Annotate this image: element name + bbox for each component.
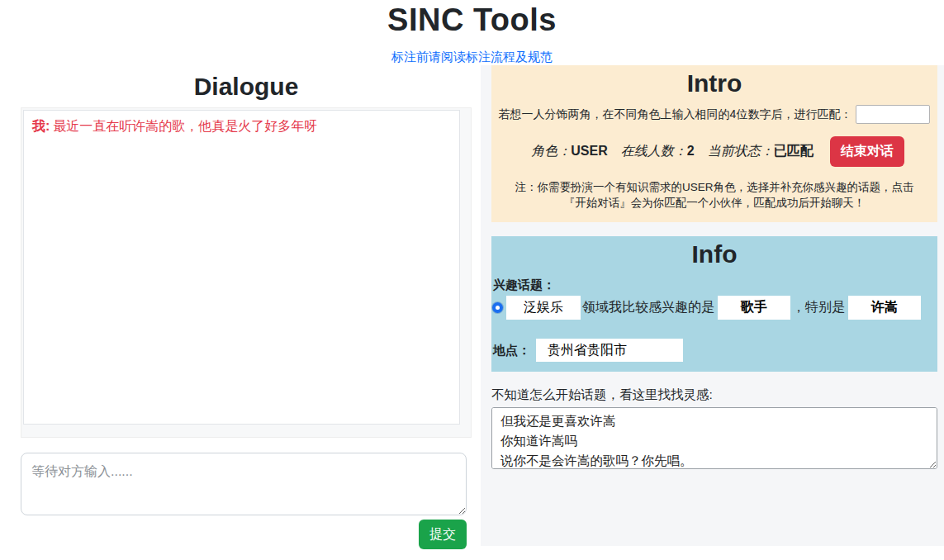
- guide-link[interactable]: 标注前请阅读标注流程及规范: [391, 50, 553, 65]
- match-status: 当前状态：已匹配: [708, 143, 814, 160]
- message-input[interactable]: [21, 453, 467, 515]
- intro-title: Intro: [491, 69, 937, 98]
- end-dialog-button[interactable]: 结束对话: [830, 136, 904, 167]
- topic-text-2: ，特别是: [792, 299, 845, 316]
- dialogue-title: Dialogue: [21, 73, 472, 101]
- location-input[interactable]: [536, 339, 683, 362]
- online-status: 在线人数：2: [621, 143, 695, 160]
- app-title: SINC Tools: [0, 2, 944, 37]
- match-row: 若想一人分饰两角，在不同角色上输入相同的4位数字后，进行匹配：: [491, 105, 937, 124]
- role-label: 角色：: [531, 144, 571, 158]
- chat-message: 我:最近一直在听许嵩的歌，他真是火了好多年呀: [32, 117, 451, 135]
- inspiration-label: 不知道怎么开始话题，看这里找找灵感:: [491, 387, 937, 403]
- info-title: Info: [491, 240, 937, 269]
- match-code-input[interactable]: [856, 105, 930, 124]
- topic-text-1: 领域我比较感兴趣的是: [582, 299, 714, 316]
- main-content: Dialogue 我:最近一直在听许嵩的歌，他真是火了好多年呀 提交 Intro…: [0, 65, 944, 546]
- topic-domain-input[interactable]: [506, 296, 581, 320]
- match-instruction: 若想一人分饰两角，在不同角色上输入相同的4位数字后，进行匹配：: [499, 107, 852, 122]
- topic-section-label: 兴趣话题：: [491, 277, 937, 293]
- role-value: USER: [571, 144, 607, 158]
- topic-category-input[interactable]: [718, 296, 790, 320]
- info-panel: Info 兴趣话题： 领域我比较感兴趣的是 ，特别是 地点：: [491, 236, 937, 372]
- intro-panel: Intro 若想一人分饰两角，在不同角色上输入相同的4位数字后，进行匹配： 角色…: [491, 65, 937, 222]
- message-text: 最近一直在听许嵩的歌，他真是火了好多年呀: [53, 119, 317, 133]
- app-header: SINC Tools 标注前请阅读标注流程及规范: [0, 0, 944, 65]
- location-label: 地点：: [493, 343, 530, 358]
- dialogue-section: Dialogue 我:最近一直在听许嵩的歌，他真是火了好多年呀 提交: [0, 65, 481, 546]
- topic-radio[interactable]: [492, 302, 503, 313]
- topic-detail-input[interactable]: [848, 296, 921, 320]
- message-speaker: 我:: [32, 119, 50, 133]
- chat-card: 我:最近一直在听许嵩的歌，他真是火了好多年呀: [21, 107, 472, 438]
- inspiration-textarea[interactable]: 但我还是更喜欢许嵩 你知道许嵩吗 说你不是会许嵩的歌吗？你先唱。: [491, 407, 937, 469]
- chat-message-list: 我:最近一直在听许嵩的歌，他真是火了好多年呀: [23, 110, 460, 425]
- match-status-label: 当前状态：: [708, 144, 774, 158]
- submit-button[interactable]: 提交: [419, 520, 467, 549]
- intro-note: 注：你需要扮演一个有知识需求的USER角色，选择并补充你感兴趣的话题，点击『开始…: [505, 179, 924, 211]
- match-status-value: 已匹配: [774, 144, 814, 158]
- submit-row: 提交: [21, 520, 467, 549]
- topic-row: 领域我比较感兴趣的是 ，特别是: [491, 293, 937, 321]
- role-status: 角色：USER: [531, 143, 607, 160]
- online-value: 2: [687, 144, 695, 158]
- right-panel: Intro 若想一人分饰两角，在不同角色上输入相同的4位数字后，进行匹配： 角色…: [481, 65, 944, 546]
- online-label: 在线人数：: [621, 144, 687, 158]
- location-row: 地点：: [491, 339, 937, 368]
- status-row: 角色：USER 在线人数：2 当前状态：已匹配 结束对话: [491, 136, 937, 167]
